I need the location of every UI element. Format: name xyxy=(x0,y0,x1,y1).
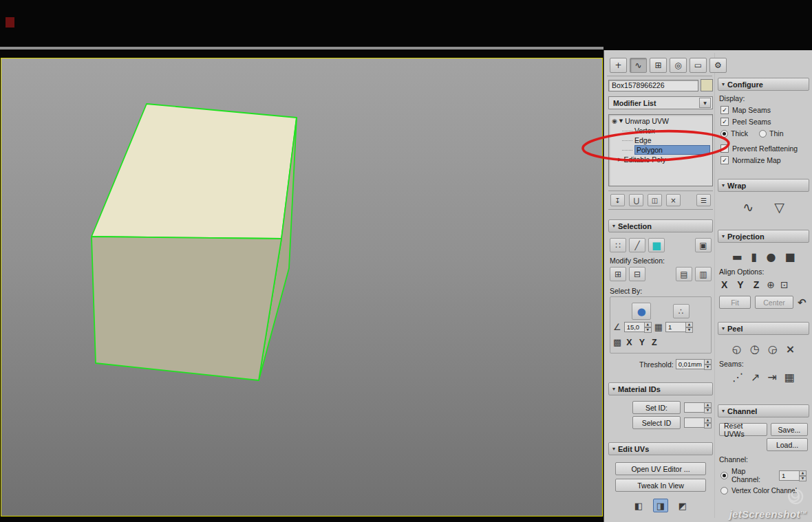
material-id-grid-icon[interactable]: ▦ xyxy=(654,322,663,332)
object-name-field[interactable]: Box1578966226 xyxy=(608,80,698,91)
motion-tab[interactable]: ◎ xyxy=(670,58,687,73)
vertex-subobject-button[interactable]: ∷ xyxy=(610,238,626,252)
modify-tab[interactable]: ∿ xyxy=(630,58,647,73)
axis-y-button[interactable]: Y xyxy=(637,338,647,347)
map-channel-spinner[interactable]: 1 ▲▼ xyxy=(779,470,806,481)
configure-rollout-header[interactable]: ▾ Configure xyxy=(718,78,809,91)
spinner-down-icon[interactable]: ▼ xyxy=(685,327,693,333)
axis-x-button[interactable]: X xyxy=(624,338,634,347)
hierarchy-tab[interactable]: ⊞ xyxy=(650,58,667,73)
spline-mapping-icon[interactable]: ∿ xyxy=(742,199,754,215)
edge-subobject-button[interactable]: ╱ xyxy=(629,238,645,252)
quick-peel-icon[interactable]: ◵ xyxy=(732,342,742,356)
planar-angle-cursor-icon[interactable]: ∠ xyxy=(613,322,621,332)
peel-mode-icon[interactable]: ◷ xyxy=(750,342,760,356)
edit-uvs-tool-c-button[interactable]: ◩ xyxy=(675,499,690,512)
create-tab[interactable]: + xyxy=(610,58,627,73)
perspective-viewport[interactable] xyxy=(1,58,603,516)
edit-uvs-tool-b-button[interactable]: ◨ xyxy=(653,499,668,512)
convert-edge-to-seams-icon[interactable]: ⇥ xyxy=(767,371,776,384)
edit-seams-icon[interactable]: ⋰ xyxy=(732,371,743,384)
thin-radio[interactable] xyxy=(759,130,767,138)
select-by-element-button[interactable]: ▣ xyxy=(695,238,712,252)
tweak-in-view-button[interactable]: Tweak In View xyxy=(615,479,706,492)
configure-modifier-sets-button[interactable]: ☰ xyxy=(696,194,711,206)
map-channel-radio[interactable] xyxy=(720,472,728,479)
chevron-down-icon: ▼ xyxy=(699,98,711,108)
select-by-planar-button[interactable]: ∴ xyxy=(673,304,690,318)
axis-z-button[interactable]: Z xyxy=(650,338,659,347)
polygon-subobject-button[interactable]: ■ xyxy=(648,238,665,252)
spinner-up-icon[interactable]: ▲ xyxy=(799,470,806,476)
material-id-spinner[interactable]: 1 ▲▼ xyxy=(665,322,693,332)
pin-stack-button[interactable]: ↧ xyxy=(610,194,625,206)
grow-selection-button[interactable]: ⊞ xyxy=(610,267,626,281)
load-button[interactable]: Load... xyxy=(767,438,808,451)
show-end-result-button[interactable]: ⋃ xyxy=(629,194,643,206)
checker-pattern-icon[interactable]: ▩ xyxy=(613,337,621,347)
spinner-up-icon[interactable]: ▲ xyxy=(704,417,712,423)
object-color-swatch[interactable] xyxy=(701,79,713,91)
spinner-down-icon[interactable]: ▼ xyxy=(799,476,806,481)
remove-modifier-button[interactable]: × xyxy=(666,194,681,206)
modifier-list-dropdown[interactable]: Modifier List ▼ xyxy=(608,96,713,109)
best-align-icon[interactable]: ⊡ xyxy=(780,279,789,290)
spinner-down-icon[interactable]: ▼ xyxy=(644,327,652,333)
thin-label: Thin xyxy=(769,129,783,138)
pelt-map-icon[interactable]: ◶ xyxy=(768,342,778,356)
edit-uvs-tool-c-icon: ◩ xyxy=(679,501,687,511)
box-object[interactable] xyxy=(92,104,297,380)
spinner-down-icon[interactable]: ▼ xyxy=(704,365,712,370)
unfold-strip-icon[interactable]: ▽ xyxy=(774,199,784,215)
spherical-map-icon[interactable]: ● xyxy=(766,250,776,263)
selection-rollout-header[interactable]: ▾ Selection xyxy=(608,219,713,232)
spinner-down-icon[interactable]: ▼ xyxy=(704,408,712,413)
reset-projection-icon[interactable]: ↶ xyxy=(798,296,806,309)
spinner-down-icon[interactable]: ▼ xyxy=(704,423,712,428)
align-y-button[interactable]: Y xyxy=(735,279,745,290)
channel-rollout-header[interactable]: ▾ Channel xyxy=(718,404,809,417)
make-unique-button[interactable]: ◫ xyxy=(648,194,662,206)
reset-peel-icon[interactable]: × xyxy=(786,342,795,356)
utilities-tab[interactable]: ⚙ xyxy=(709,58,727,73)
material-ids-rollout-header[interactable]: ▾ Material IDs xyxy=(608,382,713,395)
reset-uvws-button[interactable]: Reset UVWs xyxy=(719,423,767,436)
spinner-up-icon[interactable]: ▲ xyxy=(704,359,712,365)
map-seams-option[interactable]: ✓ Map Seams xyxy=(720,106,806,114)
set-id-spinner[interactable]: ▲▼ xyxy=(684,402,712,413)
peel-rollout-header[interactable]: ▾ Peel xyxy=(718,322,809,335)
expand-triangle-icon[interactable]: ▼ xyxy=(619,118,623,124)
seam-grid-icon[interactable]: ▦ xyxy=(784,371,795,384)
loop-selection-button[interactable]: ▥ xyxy=(695,267,712,281)
edit-uvs-rollout-header[interactable]: ▾ Edit UVs xyxy=(608,442,713,455)
set-id-button[interactable]: Set ID: xyxy=(632,401,681,414)
ring-selection-button[interactable]: ▤ xyxy=(676,267,692,281)
align-to-view-icon[interactable]: ⊕ xyxy=(767,279,775,290)
save-button[interactable]: Save... xyxy=(771,423,808,436)
select-by-smoothing-group-button[interactable]: ● xyxy=(632,303,651,320)
select-id-button[interactable]: Select ID xyxy=(632,416,681,429)
planar-angle-spinner[interactable]: 15,0 ▲▼ xyxy=(624,322,652,332)
center-button[interactable]: Center xyxy=(755,296,793,309)
spinner-up-icon[interactable]: ▲ xyxy=(685,322,693,327)
select-id-spinner[interactable]: ▲▼ xyxy=(684,417,712,428)
spinner-up-icon[interactable]: ▲ xyxy=(644,322,652,327)
display-tab[interactable]: ▭ xyxy=(690,58,707,73)
pin-stack-icon: ↧ xyxy=(615,197,620,204)
edit-uvs-tool-a-button[interactable]: ◧ xyxy=(631,499,646,512)
shrink-selection-button[interactable]: ⊟ xyxy=(629,267,645,281)
planar-map-icon[interactable]: ▬ xyxy=(731,250,742,263)
cylindrical-map-icon[interactable]: ▮ xyxy=(751,250,758,263)
open-uv-editor-button[interactable]: Open UV Editor ... xyxy=(615,462,706,475)
threshold-spinner[interactable]: 0,01mm ▲▼ xyxy=(676,359,712,369)
fit-button[interactable]: Fit xyxy=(719,296,751,309)
projection-rollout-header[interactable]: ▾ Projection xyxy=(718,230,809,243)
point-to-point-seam-icon[interactable]: ↗ xyxy=(751,371,760,384)
visibility-eye-icon[interactable]: ◉ xyxy=(612,118,617,124)
align-x-button[interactable]: X xyxy=(719,279,729,290)
vertex-color-channel-radio[interactable] xyxy=(720,487,728,494)
spinner-up-icon[interactable]: ▲ xyxy=(704,402,712,408)
wrap-rollout-header[interactable]: ▾ Wrap xyxy=(718,179,809,192)
align-z-button[interactable]: Z xyxy=(751,279,762,290)
box-map-icon[interactable]: ■ xyxy=(784,250,795,263)
